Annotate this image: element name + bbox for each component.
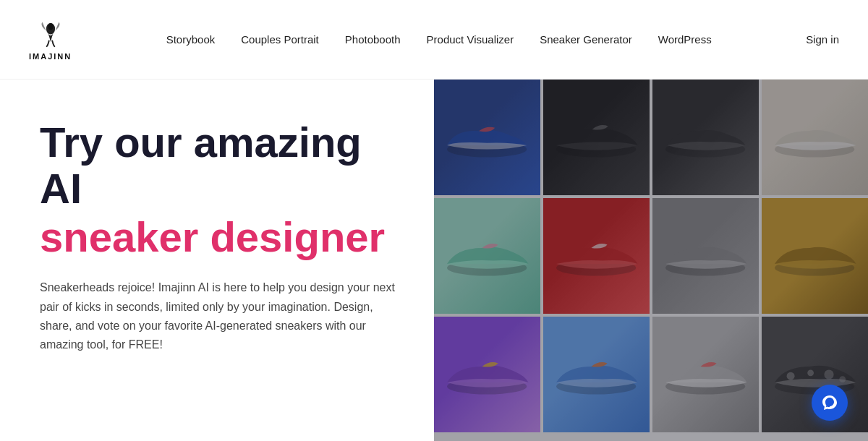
logo-text: IMAJINN: [29, 52, 72, 61]
hero-description: Sneakerheads rejoice! Imajinn AI is here…: [40, 278, 398, 355]
sneaker-img-3: [658, 97, 753, 178]
svg-point-14: [787, 372, 795, 380]
sneaker-cell-9: [434, 317, 540, 432]
sneaker-grid: [434, 80, 868, 441]
nav-item-product-visualizer[interactable]: Product Visualizer: [427, 33, 514, 46]
sneaker-cell-6: [543, 198, 650, 314]
svg-point-3: [556, 142, 636, 158]
svg-point-2: [447, 142, 527, 158]
sneaker-cell-3: [652, 80, 759, 195]
sneaker-img-7: [658, 215, 753, 296]
svg-point-10: [447, 379, 527, 395]
site-header: IMAJINN Storybook Couples Portrait Photo…: [0, 0, 868, 80]
svg-point-15: [808, 369, 814, 376]
svg-point-9: [775, 260, 854, 276]
svg-point-7: [556, 260, 636, 276]
nav-item-photobooth[interactable]: Photobooth: [345, 33, 401, 46]
logo[interactable]: IMAJINN: [29, 19, 72, 61]
svg-point-5: [775, 142, 854, 158]
sneaker-img-11: [658, 334, 753, 415]
sneaker-cell-4: [762, 80, 868, 195]
sneaker-img-8: [767, 215, 862, 296]
logo-icon: [35, 19, 66, 49]
svg-point-16: [825, 369, 834, 379]
sneaker-cell-7: [652, 198, 759, 314]
nav-item-couples-portrait[interactable]: Couples Portrait: [241, 33, 319, 46]
chat-support-button[interactable]: [812, 385, 848, 421]
sneaker-cell-1: [434, 80, 540, 195]
svg-point-17: [840, 376, 846, 382]
main-nav: Storybook Couples Portrait Photobooth Pr…: [166, 33, 712, 46]
sneaker-img-10: [548, 334, 644, 415]
sneaker-image-panel: [434, 80, 868, 441]
sneaker-cell-5: [434, 198, 540, 314]
svg-point-4: [665, 142, 745, 158]
sneaker-img-2: [548, 97, 644, 178]
chat-icon: [821, 394, 838, 411]
hero-headline: Try our amazing AI sneaker designer: [40, 119, 398, 261]
sneaker-cell-8: [762, 198, 868, 314]
hero-section: Try our amazing AI sneaker designer Snea…: [0, 80, 868, 441]
svg-point-8: [665, 260, 745, 276]
sneaker-img-1: [439, 97, 535, 178]
nav-item-storybook[interactable]: Storybook: [166, 33, 216, 46]
sneaker-cell-10: [543, 317, 650, 432]
svg-point-1: [48, 23, 54, 30]
svg-point-6: [447, 260, 527, 276]
svg-point-12: [665, 379, 745, 395]
sneaker-img-9: [439, 334, 535, 415]
headline-line2: AI: [40, 166, 398, 212]
headline-line1: Try our amazing: [40, 119, 398, 166]
sneaker-img-4: [767, 97, 862, 178]
hero-text-panel: Try our amazing AI sneaker designer Snea…: [0, 80, 434, 441]
sneaker-cell-11: [652, 317, 759, 432]
sneaker-cell-12: [762, 317, 868, 432]
sneaker-img-6: [548, 215, 644, 296]
sneaker-cell-2: [543, 80, 650, 195]
sneaker-img-5: [439, 215, 535, 296]
sign-in-link[interactable]: Sign in: [806, 33, 839, 46]
nav-item-wordpress[interactable]: WordPress: [658, 33, 712, 46]
svg-point-11: [556, 379, 636, 395]
nav-item-sneaker-generator[interactable]: Sneaker Generator: [540, 33, 632, 46]
headline-accent: sneaker designer: [40, 213, 398, 262]
